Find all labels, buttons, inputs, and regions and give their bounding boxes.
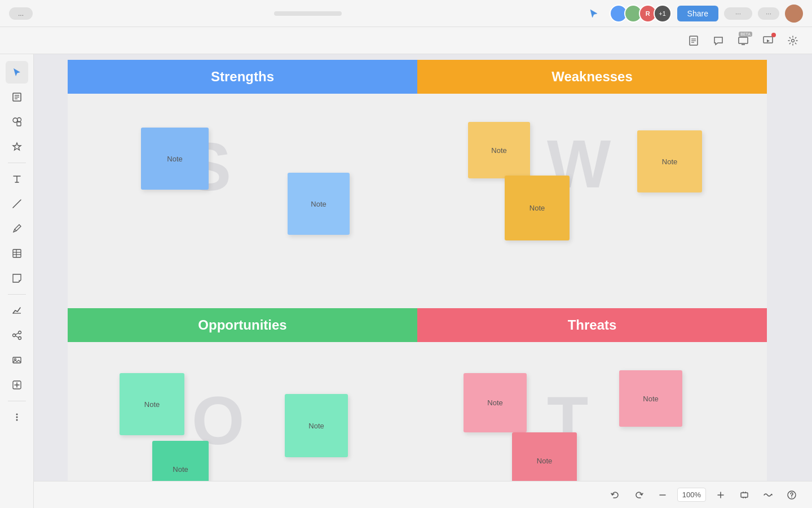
- sidebar-item-cursor[interactable]: [6, 61, 28, 84]
- note-text: Note: [311, 200, 326, 208]
- svg-rect-38: [741, 493, 748, 497]
- sidebar-item-shapes[interactable]: [6, 111, 28, 133]
- strengths-header: Strengths: [68, 60, 417, 94]
- fit-button[interactable]: [735, 486, 753, 504]
- topbar-left: ...: [9, 7, 33, 20]
- note-text: Note: [662, 157, 677, 166]
- note-text: Note: [173, 465, 188, 474]
- sidebar-divider-3: [8, 401, 26, 401]
- note-text: Note: [643, 395, 658, 403]
- sidebar-item-chart[interactable]: [6, 299, 28, 322]
- cursor-tool-icon[interactable]: [584, 3, 604, 24]
- list-item[interactable]: Note: [285, 394, 348, 457]
- sidebar-item-table[interactable]: [6, 242, 28, 265]
- svg-point-34: [16, 419, 17, 421]
- svg-line-25: [15, 333, 18, 335]
- swot-weaknesses-quadrant: Weaknesses W Note Note Note: [417, 60, 767, 308]
- sidebar-item-line[interactable]: [6, 192, 28, 215]
- topbar-center: [274, 11, 342, 16]
- topbar-title-pill[interactable]: [274, 11, 342, 16]
- bottombar: 100%: [34, 481, 812, 508]
- help-button[interactable]: [783, 486, 801, 504]
- comment-icon[interactable]: [708, 30, 729, 51]
- main-area: Strengths S Note Note Weaknesses: [0, 54, 812, 508]
- sidebar-divider-1: [8, 163, 26, 163]
- topbar-pill3[interactable]: ···: [758, 7, 779, 20]
- svg-rect-6: [764, 37, 773, 43]
- svg-point-7: [792, 39, 795, 42]
- zoom-level[interactable]: 100%: [677, 488, 706, 502]
- topbar-right: R +1 Share ··· ···: [584, 3, 803, 24]
- threats-label: Threats: [568, 317, 617, 333]
- file-icon[interactable]: [683, 30, 704, 51]
- wave-button[interactable]: [759, 486, 777, 504]
- sidebar-divider-2: [8, 294, 26, 295]
- svg-line-15: [13, 200, 21, 208]
- present-icon[interactable]: [758, 30, 778, 51]
- sidebar-item-sticky[interactable]: [6, 267, 28, 290]
- beta-badge: BETA: [739, 32, 752, 37]
- svg-point-23: [18, 331, 21, 334]
- note-text: Note: [487, 398, 502, 407]
- weaknesses-header: Weaknesses: [417, 60, 767, 94]
- svg-point-24: [18, 337, 21, 340]
- screen-icon[interactable]: BETA: [733, 30, 753, 51]
- avatar-overflow: +1: [654, 5, 672, 23]
- svg-point-32: [16, 414, 17, 415]
- canvas[interactable]: Strengths S Note Note Weaknesses: [34, 54, 812, 508]
- sidebar-item-add[interactable]: [6, 374, 28, 396]
- strengths-body[interactable]: S Note Note: [68, 94, 417, 308]
- svg-rect-17: [13, 249, 21, 257]
- weaknesses-label: Weaknesses: [551, 69, 633, 85]
- collaborator-avatars: R +1: [610, 5, 672, 23]
- svg-rect-4: [739, 37, 748, 43]
- topbar-pill2[interactable]: ···: [724, 7, 752, 20]
- sidebar: [0, 54, 34, 508]
- svg-point-33: [16, 417, 17, 418]
- note-text: Note: [537, 457, 552, 465]
- sidebar-item-star[interactable]: [6, 135, 28, 158]
- sidebar-item-image[interactable]: [6, 349, 28, 371]
- swot-threats-quadrant: Threats T Note Note Note: [417, 308, 767, 508]
- toolbar2: BETA: [0, 27, 812, 54]
- sidebar-item-diagram[interactable]: [6, 324, 28, 347]
- swot-grid: Strengths S Note Note Weaknesses: [68, 60, 767, 508]
- share-button[interactable]: Share: [677, 6, 718, 21]
- weaknesses-body[interactable]: W Note Note Note: [417, 94, 767, 308]
- zoom-in-button[interactable]: [712, 486, 730, 504]
- zoom-out-button[interactable]: [654, 486, 672, 504]
- list-item[interactable]: Note: [505, 176, 570, 240]
- list-item[interactable]: Note: [637, 130, 702, 192]
- note-text: Note: [167, 155, 182, 163]
- note-text: Note: [308, 422, 324, 430]
- opportunities-label: Opportunities: [198, 317, 286, 333]
- list-item[interactable]: Note: [288, 173, 350, 235]
- swot-opportunities-quadrant: Opportunities O Note Note Note: [68, 308, 417, 508]
- sidebar-item-notes[interactable]: [6, 86, 28, 108]
- opportunities-header: Opportunities: [68, 308, 417, 342]
- topbar-menu-pill[interactable]: ...: [9, 7, 33, 20]
- svg-point-12: [13, 118, 17, 122]
- note-text: Note: [144, 400, 160, 409]
- sidebar-item-pen[interactable]: [6, 217, 28, 240]
- list-item[interactable]: Note: [619, 370, 682, 427]
- topbar: ... R +1 Share ··· ···: [0, 0, 812, 27]
- svg-rect-13: [17, 122, 21, 126]
- svg-line-26: [15, 336, 18, 338]
- sidebar-item-more[interactable]: [6, 406, 28, 428]
- list-item[interactable]: Note: [464, 373, 527, 432]
- svg-point-22: [12, 334, 15, 337]
- undo-button[interactable]: [606, 486, 624, 504]
- redo-button[interactable]: [630, 486, 648, 504]
- list-item[interactable]: Note: [468, 122, 530, 178]
- note-text: Note: [529, 204, 545, 212]
- list-item[interactable]: Note: [141, 128, 209, 190]
- list-item[interactable]: Note: [512, 432, 577, 489]
- notification-badge: [771, 33, 776, 37]
- svg-point-44: [791, 497, 792, 498]
- list-item[interactable]: Note: [120, 373, 184, 435]
- note-text: Note: [491, 146, 506, 155]
- user-avatar[interactable]: [785, 5, 803, 23]
- settings-icon[interactable]: [783, 30, 803, 51]
- sidebar-item-text[interactable]: [6, 168, 28, 190]
